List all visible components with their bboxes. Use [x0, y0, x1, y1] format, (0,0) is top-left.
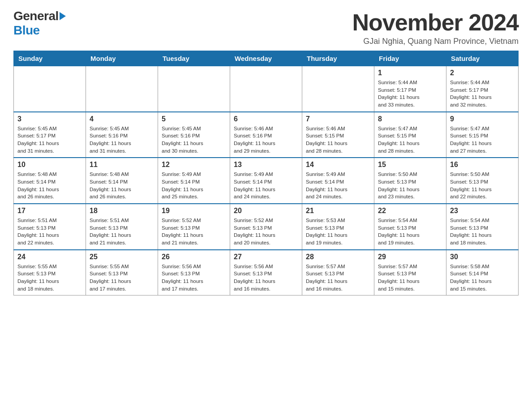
day-info: Sunrise: 5:53 AM Sunset: 5:13 PM Dayligh…: [306, 217, 370, 247]
calendar-header-row: SundayMondayTuesdayWednesdayThursdayFrid…: [14, 51, 519, 66]
table-cell: 20Sunrise: 5:52 AM Sunset: 5:13 PM Dayli…: [230, 204, 302, 250]
day-info: Sunrise: 5:56 AM Sunset: 5:13 PM Dayligh…: [234, 263, 298, 293]
day-number: 15: [378, 161, 442, 169]
table-cell: 24Sunrise: 5:55 AM Sunset: 5:13 PM Dayli…: [14, 250, 86, 295]
week-row-2: 3Sunrise: 5:45 AM Sunset: 5:17 PM Daylig…: [14, 112, 519, 158]
day-number: 16: [450, 161, 515, 169]
day-info: Sunrise: 5:49 AM Sunset: 5:14 PM Dayligh…: [234, 171, 298, 201]
day-number: 13: [234, 161, 298, 169]
day-info: Sunrise: 5:51 AM Sunset: 5:13 PM Dayligh…: [90, 217, 154, 247]
table-cell: [158, 66, 230, 112]
table-cell: 11Sunrise: 5:48 AM Sunset: 5:14 PM Dayli…: [86, 158, 158, 204]
day-info: Sunrise: 5:58 AM Sunset: 5:14 PM Dayligh…: [450, 263, 515, 293]
header-thursday: Thursday: [302, 51, 374, 66]
day-number: 6: [234, 115, 298, 123]
week-row-1: 1Sunrise: 5:44 AM Sunset: 5:17 PM Daylig…: [14, 66, 519, 112]
day-info: Sunrise: 5:50 AM Sunset: 5:13 PM Dayligh…: [378, 171, 442, 201]
table-cell: 27Sunrise: 5:56 AM Sunset: 5:13 PM Dayli…: [230, 250, 302, 295]
table-cell: 2Sunrise: 5:44 AM Sunset: 5:17 PM Daylig…: [446, 66, 519, 112]
title-section: November 2024 GJai Nghia, Quang Nam Prov…: [352, 9, 519, 46]
table-cell: 7Sunrise: 5:46 AM Sunset: 5:15 PM Daylig…: [302, 112, 374, 158]
table-cell: 28Sunrise: 5:57 AM Sunset: 5:13 PM Dayli…: [302, 250, 374, 295]
day-number: 8: [378, 115, 442, 123]
day-number: 20: [234, 207, 298, 215]
table-cell: 23Sunrise: 5:54 AM Sunset: 5:13 PM Dayli…: [446, 204, 519, 250]
table-cell: 14Sunrise: 5:49 AM Sunset: 5:14 PM Dayli…: [302, 158, 374, 204]
day-number: 26: [162, 253, 226, 261]
table-cell: 10Sunrise: 5:48 AM Sunset: 5:14 PM Dayli…: [14, 158, 86, 204]
table-cell: 21Sunrise: 5:53 AM Sunset: 5:13 PM Dayli…: [302, 204, 374, 250]
day-info: Sunrise: 5:55 AM Sunset: 5:13 PM Dayligh…: [17, 263, 82, 293]
day-info: Sunrise: 5:48 AM Sunset: 5:14 PM Dayligh…: [17, 171, 82, 201]
day-number: 4: [90, 115, 154, 123]
logo: General Blue: [13, 9, 66, 38]
header-tuesday: Tuesday: [158, 51, 230, 66]
table-cell: 5Sunrise: 5:45 AM Sunset: 5:16 PM Daylig…: [158, 112, 230, 158]
table-cell: 17Sunrise: 5:51 AM Sunset: 5:13 PM Dayli…: [14, 204, 86, 250]
day-info: Sunrise: 5:49 AM Sunset: 5:14 PM Dayligh…: [306, 171, 370, 201]
day-info: Sunrise: 5:54 AM Sunset: 5:13 PM Dayligh…: [378, 217, 442, 247]
day-info: Sunrise: 5:55 AM Sunset: 5:13 PM Dayligh…: [90, 263, 154, 293]
day-info: Sunrise: 5:45 AM Sunset: 5:16 PM Dayligh…: [162, 125, 226, 155]
table-cell: 3Sunrise: 5:45 AM Sunset: 5:17 PM Daylig…: [14, 112, 86, 158]
table-cell: 13Sunrise: 5:49 AM Sunset: 5:14 PM Dayli…: [230, 158, 302, 204]
day-info: Sunrise: 5:47 AM Sunset: 5:15 PM Dayligh…: [378, 125, 442, 155]
logo-blue-text: Blue: [13, 23, 40, 38]
table-cell: 1Sunrise: 5:44 AM Sunset: 5:17 PM Daylig…: [374, 66, 446, 112]
table-cell: 25Sunrise: 5:55 AM Sunset: 5:13 PM Dayli…: [86, 250, 158, 295]
table-cell: [302, 66, 374, 112]
header-sunday: Sunday: [14, 51, 86, 66]
day-number: 21: [306, 207, 370, 215]
day-number: 10: [17, 161, 82, 169]
day-number: 2: [450, 69, 515, 77]
day-number: 18: [90, 207, 154, 215]
day-info: Sunrise: 5:49 AM Sunset: 5:14 PM Dayligh…: [162, 171, 226, 201]
day-number: 12: [162, 161, 226, 169]
page-header: General Blue November 2024 GJai Nghia, Q…: [13, 9, 519, 46]
day-info: Sunrise: 5:44 AM Sunset: 5:17 PM Dayligh…: [378, 79, 442, 109]
table-cell: 16Sunrise: 5:50 AM Sunset: 5:13 PM Dayli…: [446, 158, 519, 204]
table-cell: 12Sunrise: 5:49 AM Sunset: 5:14 PM Dayli…: [158, 158, 230, 204]
day-number: 27: [234, 253, 298, 261]
day-info: Sunrise: 5:45 AM Sunset: 5:17 PM Dayligh…: [17, 125, 82, 155]
day-info: Sunrise: 5:46 AM Sunset: 5:16 PM Dayligh…: [234, 125, 298, 155]
day-number: 29: [378, 253, 442, 261]
week-row-4: 17Sunrise: 5:51 AM Sunset: 5:13 PM Dayli…: [14, 204, 519, 250]
day-info: Sunrise: 5:47 AM Sunset: 5:15 PM Dayligh…: [450, 125, 515, 155]
day-number: 24: [17, 253, 82, 261]
day-info: Sunrise: 5:44 AM Sunset: 5:17 PM Dayligh…: [450, 79, 515, 109]
location-text: GJai Nghia, Quang Nam Province, Vietnam: [352, 37, 519, 46]
day-info: Sunrise: 5:51 AM Sunset: 5:13 PM Dayligh…: [17, 217, 82, 247]
table-cell: 22Sunrise: 5:54 AM Sunset: 5:13 PM Dayli…: [374, 204, 446, 250]
day-info: Sunrise: 5:57 AM Sunset: 5:13 PM Dayligh…: [306, 263, 370, 293]
day-number: 22: [378, 207, 442, 215]
table-cell: 9Sunrise: 5:47 AM Sunset: 5:15 PM Daylig…: [446, 112, 519, 158]
table-cell: [14, 66, 86, 112]
day-number: 1: [378, 69, 442, 77]
table-cell: 8Sunrise: 5:47 AM Sunset: 5:15 PM Daylig…: [374, 112, 446, 158]
table-cell: 30Sunrise: 5:58 AM Sunset: 5:14 PM Dayli…: [446, 250, 519, 295]
day-number: 14: [306, 161, 370, 169]
logo-general-text: General: [13, 9, 59, 23]
table-cell: 15Sunrise: 5:50 AM Sunset: 5:13 PM Dayli…: [374, 158, 446, 204]
day-number: 17: [17, 207, 82, 215]
header-monday: Monday: [86, 51, 158, 66]
day-number: 7: [306, 115, 370, 123]
day-info: Sunrise: 5:52 AM Sunset: 5:13 PM Dayligh…: [162, 217, 226, 247]
table-cell: [230, 66, 302, 112]
day-info: Sunrise: 5:50 AM Sunset: 5:13 PM Dayligh…: [450, 171, 515, 201]
day-number: 19: [162, 207, 226, 215]
header-friday: Friday: [374, 51, 446, 66]
day-info: Sunrise: 5:52 AM Sunset: 5:13 PM Dayligh…: [234, 217, 298, 247]
table-cell: 4Sunrise: 5:45 AM Sunset: 5:16 PM Daylig…: [86, 112, 158, 158]
table-cell: 29Sunrise: 5:57 AM Sunset: 5:13 PM Dayli…: [374, 250, 446, 295]
day-number: 11: [90, 161, 154, 169]
table-cell: 26Sunrise: 5:56 AM Sunset: 5:13 PM Dayli…: [158, 250, 230, 295]
week-row-5: 24Sunrise: 5:55 AM Sunset: 5:13 PM Dayli…: [14, 250, 519, 295]
day-number: 3: [17, 115, 82, 123]
day-number: 23: [450, 207, 515, 215]
day-info: Sunrise: 5:48 AM Sunset: 5:14 PM Dayligh…: [90, 171, 154, 201]
calendar-table: SundayMondayTuesdayWednesdayThursdayFrid…: [13, 51, 519, 295]
week-row-3: 10Sunrise: 5:48 AM Sunset: 5:14 PM Dayli…: [14, 158, 519, 204]
day-number: 5: [162, 115, 226, 123]
